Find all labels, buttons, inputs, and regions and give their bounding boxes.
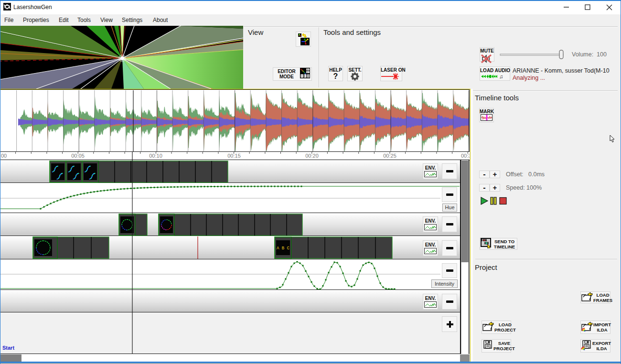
svg-text:♫: ♫ xyxy=(499,74,503,79)
svg-text:00:15: 00:15 xyxy=(227,153,241,159)
svg-text:00:20: 00:20 xyxy=(305,153,319,159)
svg-text:00: 00 xyxy=(1,153,7,159)
svg-text:00:3: 00:3 xyxy=(461,153,470,159)
svg-text:00:05: 00:05 xyxy=(71,153,85,159)
svg-text:A B C: A B C xyxy=(277,246,290,251)
svg-text:00:25: 00:25 xyxy=(383,153,396,159)
svg-text:00:10: 00:10 xyxy=(149,153,162,159)
